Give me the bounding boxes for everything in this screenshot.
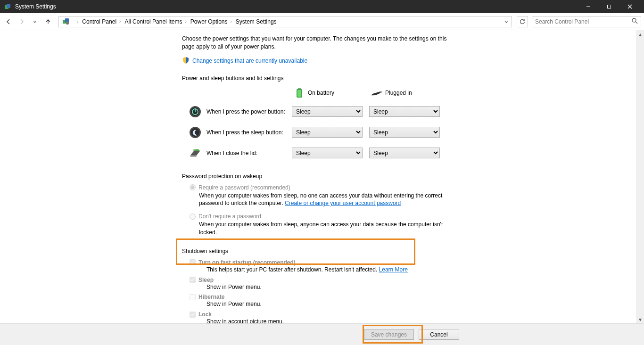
col-plugged-label: Plugged in [385, 90, 412, 96]
fast-startup-checkbox [190, 259, 196, 265]
require-password-radio-input [190, 184, 196, 190]
lid-plugged-select[interactable]: Sleep [369, 148, 440, 158]
section-password-title: Password protection on wakeup [182, 173, 262, 180]
sleep-plugged-select[interactable]: Sleep [369, 127, 440, 138]
divider [267, 176, 453, 176]
section-buttons-title: Power and sleep buttons and lid settings [182, 75, 283, 82]
save-button: Save changes [364, 329, 414, 340]
scrollbar[interactable]: ▴ ▾ [636, 30, 644, 323]
forward-button[interactable] [16, 16, 27, 27]
battery-icon [292, 87, 307, 99]
power-button-icon [189, 105, 202, 118]
create-password-link[interactable]: Create or change your user account passw… [285, 200, 401, 206]
learn-more-link[interactable]: Learn More [379, 266, 408, 273]
hibernate-item: Hibernate Show in Power menu. [182, 294, 453, 308]
titlebar: System Settings [0, 0, 644, 13]
address-bar[interactable]: › Control Panel› All Control Panel Items… [58, 16, 512, 27]
dont-require-password-desc: When your computer wakes from sleep, any… [199, 221, 453, 237]
lock-checkbox [190, 312, 196, 318]
svg-rect-3 [608, 5, 611, 8]
hibernate-checkbox [190, 294, 196, 300]
sleep-checkbox [190, 277, 196, 283]
row-power-label: When I press the power button: [206, 108, 285, 115]
address-dropdown[interactable] [502, 19, 511, 24]
change-settings-link[interactable]: Change settings that are currently unava… [192, 58, 307, 64]
search-icon [631, 17, 638, 25]
divider [288, 78, 453, 78]
row-sleep-label: When I press the sleep button: [206, 129, 283, 136]
intro-text: Choose the power settings that you want … [182, 35, 453, 51]
require-password-desc: When your computer wakes from sleep, no … [199, 192, 453, 208]
lid-battery-select[interactable]: Sleep [292, 148, 363, 158]
breadcrumb-item[interactable]: System Settings [234, 16, 279, 27]
fast-startup-item: Turn on fast startup (recommended) This … [182, 259, 453, 274]
power-plugged-select[interactable]: Sleep [369, 106, 440, 117]
col-battery-label: On battery [308, 90, 334, 96]
back-button[interactable] [3, 16, 14, 27]
content-area: Choose the power settings that you want … [0, 30, 644, 323]
up-button[interactable] [42, 16, 54, 27]
breadcrumb-item[interactable]: All Control Panel Items› [123, 16, 188, 27]
power-grid: On battery Plugged in When I pr [182, 84, 453, 164]
section-shutdown-title: Shutdown settings [182, 248, 228, 255]
sleep-button-icon [189, 126, 202, 139]
plug-icon [369, 89, 384, 97]
svg-line-10 [636, 22, 637, 24]
row-lid-label: When I close the lid: [206, 150, 257, 156]
svg-rect-7 [65, 18, 69, 22]
svg-rect-14 [380, 91, 382, 93]
svg-point-9 [632, 18, 636, 22]
divider [233, 251, 453, 251]
navbar: › Control Panel› All Control Panel Items… [0, 13, 644, 30]
power-battery-select[interactable]: Sleep [292, 106, 363, 117]
breadcrumb-sep[interactable]: › [72, 16, 80, 27]
window-title: System Settings [15, 3, 578, 10]
bottom-bar: Save changes Cancel [0, 323, 644, 345]
main-panel: Choose the power settings that you want … [0, 30, 644, 323]
refresh-button[interactable] [517, 16, 528, 27]
breadcrumb-item[interactable]: Control Panel› [80, 16, 123, 27]
lid-icon [189, 147, 202, 160]
scroll-up-icon[interactable]: ▴ [636, 30, 644, 38]
dont-require-password-radio: Don't require a password [190, 213, 453, 220]
app-icon [4, 3, 11, 10]
maximize-button[interactable] [599, 0, 619, 13]
sleep-battery-select[interactable]: Sleep [292, 127, 363, 138]
close-button[interactable] [619, 0, 640, 13]
control-panel-icon [62, 17, 70, 26]
search-input[interactable] [535, 18, 631, 25]
cancel-button[interactable]: Cancel [419, 329, 459, 340]
lock-item: Lock Show in account picture menu. [182, 311, 453, 323]
minimize-button[interactable] [578, 0, 599, 13]
search-box[interactable] [532, 16, 641, 27]
breadcrumb-item[interactable]: Power Options› [189, 16, 234, 27]
shield-icon [182, 57, 190, 66]
scroll-down-icon[interactable]: ▾ [636, 315, 644, 323]
svg-rect-13 [297, 90, 301, 97]
sleep-item: Sleep Show in Power menu. [182, 277, 453, 291]
svg-rect-1 [7, 4, 10, 8]
svg-point-8 [66, 21, 69, 24]
require-password-radio: Require a password (recommended) [190, 184, 453, 191]
recent-dropdown[interactable] [29, 16, 41, 27]
dont-require-password-radio-input [190, 214, 196, 220]
